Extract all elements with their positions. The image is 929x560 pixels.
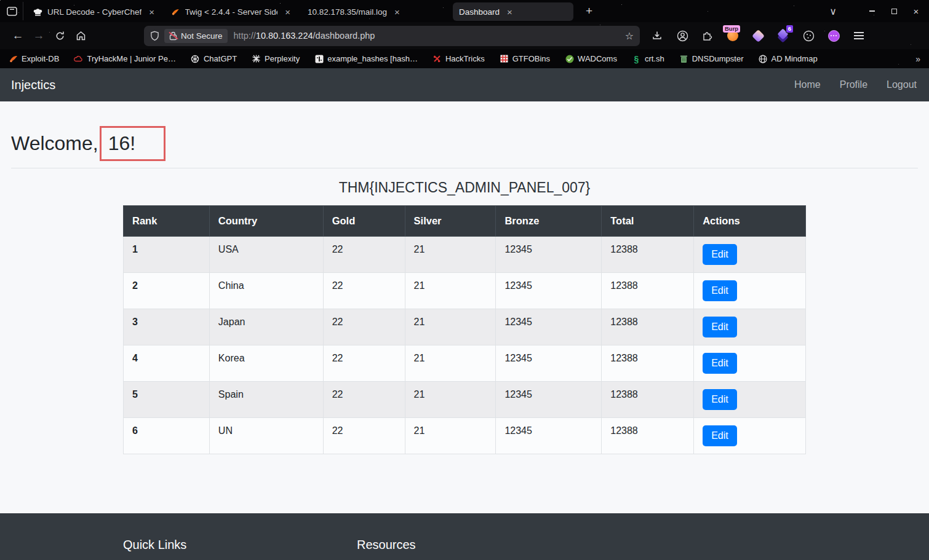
bookmark-chatgpt[interactable]: ChatGPT [191,54,237,63]
page-content: Welcome, 16! THM{INJECTICS_ADMIN_PANEL_0… [0,101,929,513]
bookmark-example-hashes[interactable]: example_hashes [hash… [314,54,418,63]
firefox-view-button[interactable] [5,2,23,20]
cell-rank: 3 [124,309,210,345]
minimize-button[interactable] [867,7,876,15]
bookmarks-overflow-chevron[interactable]: » [915,54,920,64]
account-button[interactable] [675,28,690,43]
nav-link-home[interactable]: Home [794,79,821,90]
bookmark-label: WADComs [578,54,617,63]
tab-dashboard-active[interactable]: Dashboard × [453,2,573,21]
table-row: 1 USA 22 21 12345 12388 Edit [124,237,806,273]
reload-button[interactable] [49,26,70,45]
cell-rank: 4 [124,345,210,382]
edit-button[interactable]: Edit [703,353,737,374]
cell-silver: 21 [405,418,496,454]
home-button[interactable] [70,26,91,45]
tryhackme-cloud-icon [74,54,83,63]
bookmark-dnsdumpster[interactable]: DNSDumpster [679,54,744,63]
flame-favicon-icon [171,8,180,16]
edit-button[interactable]: Edit [703,280,737,301]
globe-icon [758,54,767,63]
toolbar-extensions: Burp 6 [650,28,866,43]
edit-button[interactable]: Edit [703,317,737,337]
bookmark-label: AD Mindmap [771,54,817,63]
cell-rank: 2 [124,273,210,309]
edit-button[interactable]: Edit [703,425,737,446]
edit-button[interactable]: Edit [703,244,737,265]
cell-gold: 22 [323,345,405,382]
browser-chrome: URL Decode - CyberChef × Twig < 2.4.4 - … [0,0,929,68]
home-icon [76,31,86,41]
flag-text: THM{INJECTICS_ADMIN_PANEL_007} [11,179,918,196]
list-all-tabs-icon[interactable]: ∨ [829,6,837,17]
site-brand[interactable]: Injectics [11,78,55,92]
nav-link-profile[interactable]: Profile [840,79,867,90]
bookmark-perplexity[interactable]: Perplexity [252,54,300,63]
cell-silver: 21 [405,345,496,382]
puzzle-piece-icon [702,30,713,41]
tab-close-icon[interactable]: × [504,6,515,18]
cell-total: 12388 [602,382,694,418]
close-window-button[interactable]: × [912,7,920,15]
site-footer: Quick Links Resources [0,513,929,560]
bookmark-hacktricks[interactable]: HackTricks [433,54,485,63]
tab-close-icon[interactable]: × [392,6,402,18]
perplexity-icon [252,54,261,63]
back-button[interactable]: ← [7,26,28,45]
crt-sh-icon: § [632,54,641,63]
chatgpt-icon [191,54,200,63]
downloads-button[interactable] [650,28,664,43]
cell-gold: 22 [323,418,405,454]
cell-gold: 22 [323,382,405,418]
bookmark-wadcoms[interactable]: WADComs [565,54,617,63]
table-row: 6 UN 22 21 12345 12388 Edit [124,418,806,454]
cell-country: Japan [209,309,323,345]
tab-close-icon[interactable]: × [146,6,157,18]
extension-diamond-button[interactable] [751,28,765,43]
extension-purple-button[interactable] [826,28,841,43]
url-host: 10.80.163.224 [256,31,313,41]
foxyproxy-button[interactable]: Burp [725,28,740,43]
table-header-row: Rank Country Gold Silver Bronze Total Ac… [124,206,806,237]
cell-bronze: 12345 [496,418,602,454]
url-bar[interactable]: Not Secure http://10.80.163.224/dashboar… [144,26,640,46]
bookmark-label: GTFOBins [512,54,550,63]
cell-country: USA [209,237,323,273]
url-text[interactable]: http://10.80.163.224/dashboard.php [234,31,375,41]
dnsdumpster-icon [679,54,688,63]
maximize-button[interactable] [890,7,898,15]
bookmark-gtfobins[interactable]: GTFOBins [500,54,550,63]
navigation-toolbar: ← → Not S [0,22,929,49]
cell-country: China [209,273,323,309]
footer-resources-title: Resources [357,538,416,552]
tab-mail-log[interactable]: 10.82.178.35/mail.log × [301,2,436,21]
cell-country: Korea [209,345,323,382]
nav-link-logout[interactable]: Logout [887,79,917,90]
broken-padlock-icon [169,31,177,41]
new-tab-button[interactable]: + [581,3,597,19]
edit-button[interactable]: Edit [703,389,737,410]
bookmark-crt-sh[interactable]: § crt.sh [632,54,664,63]
tab-cyberchef[interactable]: URL Decode - CyberChef × [27,2,165,21]
bookmark-star-icon[interactable]: ☆ [625,30,634,42]
not-secure-chip[interactable]: Not Secure [164,29,228,43]
tab-twig-ssti[interactable]: Twig < 2.4.4 - Server Side × [165,2,298,21]
tab-close-icon[interactable]: × [282,6,293,18]
tab-title: Dashboard [459,7,500,17]
menu-button[interactable] [851,28,866,43]
bookmark-ad-mindmap[interactable]: AD Mindmap [758,54,817,63]
tab-title: 10.82.178.35/mail.log [308,7,387,17]
table-row: 3 Japan 22 21 12345 12388 Edit [124,309,806,345]
cell-total: 12388 [602,418,694,454]
bookmark-exploit-db[interactable]: Exploit-DB [9,54,59,63]
maximize-icon [891,9,897,14]
cookie-editor-button[interactable] [801,28,816,43]
extensions-button[interactable] [700,28,715,43]
forward-button[interactable]: → [28,26,49,45]
cell-bronze: 12345 [496,309,602,345]
col-header-actions: Actions [694,206,806,237]
wappalyzer-button[interactable]: 6 [776,28,791,43]
bookmark-tryhackme[interactable]: TryHackMe | Junior Pe… [74,54,176,63]
chef-hat-icon [33,8,42,16]
bookmark-label: DNSDumpster [692,54,744,63]
